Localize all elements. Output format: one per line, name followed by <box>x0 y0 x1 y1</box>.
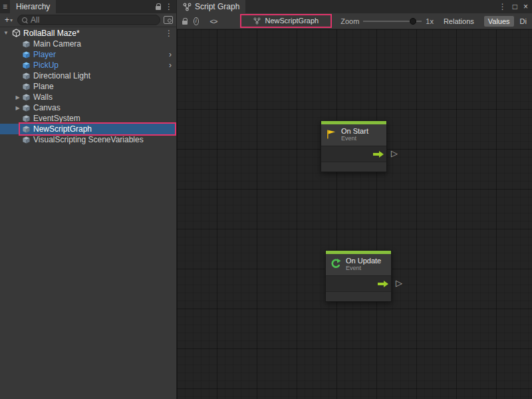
hierarchy-search-input[interactable]: All <box>17 15 160 25</box>
node-subtitle: Event <box>341 136 368 142</box>
lock-icon[interactable] <box>156 6 161 10</box>
hierarchy-item-player[interactable]: Player › <box>0 49 176 60</box>
tab-hierarchy[interactable]: Hierarchy <box>10 0 56 13</box>
item-label: VisualScripting SceneVariables <box>33 135 144 144</box>
node-footer <box>321 162 386 172</box>
zoom-slider-knob[interactable] <box>410 18 416 25</box>
prefab-icon <box>22 61 31 70</box>
hierarchy-tabstrip: ≡ Hierarchy ⋮ <box>0 0 176 13</box>
prefab-icon <box>22 51 31 59</box>
node-footer <box>326 291 391 301</box>
foldout-open-icon[interactable]: ▼ <box>3 30 9 36</box>
output-port-icon[interactable]: ▷ <box>396 279 402 287</box>
flow-arrow-icon <box>373 151 384 158</box>
node-on-update[interactable]: On Update Event ▷ <box>325 250 392 302</box>
flow-arrow-icon <box>378 281 388 287</box>
item-label: Directional Light <box>33 71 90 80</box>
info-icon[interactable]: i <box>194 17 199 25</box>
hierarchy-item-plane[interactable]: Plane <box>0 81 176 92</box>
item-label: PickUp <box>33 61 59 70</box>
hierarchy-tree: Main Camera Player › PickUp › Directiona… <box>0 39 176 399</box>
node-flow-row: ▷ <box>326 275 391 291</box>
node-flow-row: ▷ <box>321 146 386 162</box>
close-icon[interactable]: × <box>523 2 528 11</box>
flag-icon <box>325 128 337 140</box>
node-header[interactable]: On Start Event <box>321 124 386 146</box>
graph-canvas[interactable]: On Start Event ▷ <box>177 29 532 399</box>
panel-menu-icon[interactable]: ≡ <box>0 0 10 13</box>
scene-header[interactable]: ▼ RollaBall Maze* ⋮ <box>0 27 176 39</box>
relations-toggle[interactable]: Relations <box>440 16 478 27</box>
hierarchy-item-main-camera[interactable]: Main Camera <box>0 39 176 49</box>
hierarchy-item-pickup[interactable]: PickUp › <box>0 60 176 70</box>
item-label: EventSystem <box>33 114 80 123</box>
search-value: All <box>31 15 39 25</box>
dim-toggle[interactable]: Di <box>520 17 527 25</box>
node-subtitle: Event <box>346 265 381 272</box>
scene-name: RollaBall Maze* <box>23 29 80 38</box>
chevron-right-icon[interactable]: › <box>169 61 172 70</box>
hierarchy-item-walls[interactable]: ▶ Walls <box>0 92 176 102</box>
plus-icon: + <box>5 15 9 25</box>
hierarchy-toolbar: + ▾ All <box>0 13 176 27</box>
graph-title: NewScriptGraph <box>265 17 319 25</box>
hierarchy-item-eventsystem[interactable]: EventSystem <box>0 113 176 124</box>
scene-picker-icon[interactable] <box>164 16 173 24</box>
node-header[interactable]: On Update Event <box>326 254 391 275</box>
node-title: On Update <box>346 257 381 265</box>
item-label: Main Camera <box>33 39 81 49</box>
gameobject-icon <box>22 72 31 80</box>
unity-scene-icon <box>12 29 21 37</box>
graph-title-annotation: NewScriptGraph <box>240 14 332 28</box>
hierarchy-item-canvas[interactable]: ▶ Canvas <box>0 102 176 113</box>
gameobject-icon <box>22 114 31 123</box>
hierarchy-item-newscriptgraph[interactable]: NewScriptGraph <box>0 124 176 134</box>
hierarchy-panel: ≡ Hierarchy ⋮ + ▾ All ▼ <box>0 0 177 399</box>
hierarchy-item-visualscripting-scenevariables[interactable]: VisualScripting SceneVariables <box>0 134 176 145</box>
search-icon <box>22 17 28 23</box>
code-view-icon[interactable]: <> <box>210 17 217 25</box>
gameobject-icon <box>22 104 31 112</box>
gameobject-icon <box>22 136 31 144</box>
scene-options-icon[interactable]: ⋮ <box>165 29 173 38</box>
item-label: Player <box>33 50 56 59</box>
node-title: On Start <box>341 127 368 136</box>
tab-script-graph-label: Script Graph <box>195 2 239 11</box>
gameobject-icon <box>22 125 31 134</box>
output-port-icon[interactable]: ▷ <box>391 149 398 158</box>
graph-lock-icon[interactable] <box>182 21 188 25</box>
graph-toolbar: i <> NewScriptGraph Zoom 1x Relations Va… <box>177 13 532 29</box>
tab-hierarchy-label: Hierarchy <box>16 2 50 11</box>
graph-asset-icon <box>253 17 261 25</box>
create-object-button[interactable]: + ▾ <box>3 15 14 25</box>
zoom-label: Zoom <box>340 17 359 25</box>
foldout-closed-icon[interactable]: ▶ <box>13 94 22 100</box>
item-label: NewScriptGraph <box>33 124 92 134</box>
panel-options-icon[interactable]: ⋮ <box>165 2 173 11</box>
script-graph-panel: Script Graph ⋮ □ × i <> NewScriptGraph Z… <box>177 0 532 399</box>
zoom-slider[interactable] <box>363 17 422 25</box>
chevron-right-icon[interactable]: › <box>169 50 172 59</box>
item-label: Walls <box>33 92 53 102</box>
script-graph-icon <box>183 3 192 11</box>
node-on-start[interactable]: On Start Event ▷ <box>321 120 387 172</box>
hierarchy-item-directional-light[interactable]: Directional Light <box>0 70 176 81</box>
unity-editor-window: ≡ Hierarchy ⋮ + ▾ All ▼ <box>0 0 532 399</box>
gameobject-icon <box>22 93 31 102</box>
item-label: Plane <box>33 82 54 91</box>
maximize-icon[interactable]: □ <box>513 2 517 11</box>
dropdown-arrow-icon: ▾ <box>10 17 13 23</box>
zoom-value: 1x <box>426 17 434 25</box>
graph-tabstrip: Script Graph ⋮ □ × <box>177 0 532 13</box>
tab-script-graph[interactable]: Script Graph <box>177 0 245 13</box>
item-label: Canvas <box>33 103 61 112</box>
gameobject-icon <box>22 82 31 91</box>
gameobject-icon <box>22 40 31 49</box>
foldout-closed-icon[interactable]: ▶ <box>13 105 22 111</box>
values-toggle[interactable]: Values <box>484 16 514 27</box>
loop-icon <box>330 258 342 270</box>
window-options-icon[interactable]: ⋮ <box>499 2 507 11</box>
